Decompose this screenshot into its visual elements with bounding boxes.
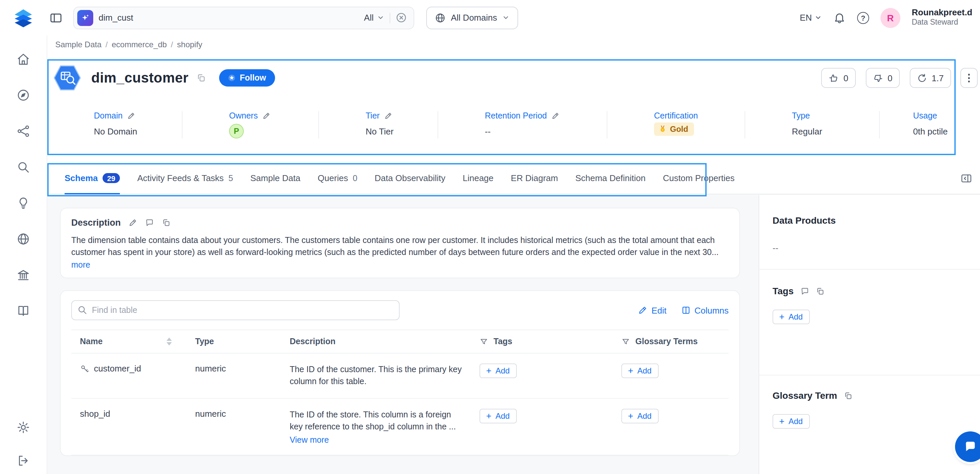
- language-dropdown[interactable]: EN: [800, 13, 822, 23]
- data-products-section: Data Products --: [759, 195, 980, 270]
- globe-icon: [435, 12, 445, 23]
- column-name[interactable]: shop_id: [80, 409, 110, 418]
- help-icon[interactable]: ?: [857, 12, 869, 24]
- meta-usage: Usage 0th pctile: [880, 111, 980, 138]
- domains-dropdown[interactable]: All Domains: [426, 6, 519, 29]
- filter-icon[interactable]: [479, 337, 488, 346]
- tab-schema-definition[interactable]: Schema Definition: [576, 162, 646, 194]
- sidebar-item-explore[interactable]: [17, 89, 30, 102]
- owner-avatar[interactable]: P: [229, 124, 244, 138]
- settings-gear-icon[interactable]: [17, 421, 30, 434]
- meta-owners: Owners P: [183, 111, 319, 138]
- tab-data-observability[interactable]: Data Observability: [375, 162, 445, 194]
- user-avatar[interactable]: R: [880, 8, 900, 28]
- meta-certification: Certification Gold: [608, 111, 745, 138]
- tab-activity-feeds[interactable]: Activity Feeds & Tasks 5: [137, 162, 233, 194]
- tab-lineage[interactable]: Lineage: [463, 162, 494, 194]
- thumbs-up-icon: [829, 73, 839, 83]
- openmetadata-logo[interactable]: [12, 6, 35, 29]
- sort-icon[interactable]: [167, 338, 172, 346]
- columns-config-button[interactable]: Columns: [681, 305, 729, 316]
- meta-retention-period: Retention Period --: [438, 111, 608, 138]
- sidebar-item-govern[interactable]: [17, 268, 30, 282]
- copy-icon[interactable]: [816, 286, 824, 295]
- clear-search-icon[interactable]: [396, 12, 407, 23]
- edit-icon: [638, 306, 648, 315]
- plus-icon: [485, 368, 492, 374]
- breadcrumb-item[interactable]: Sample Data: [55, 40, 102, 49]
- find-in-table-input[interactable]: [71, 301, 399, 321]
- tab-schema[interactable]: Schema 29: [65, 162, 120, 194]
- more-actions-button[interactable]: ⋮: [960, 68, 978, 88]
- logout-icon[interactable]: [17, 454, 30, 467]
- sidebar-item-data-insights[interactable]: [17, 124, 30, 138]
- plus-icon: [778, 418, 785, 425]
- chevron-down-icon: [377, 14, 384, 21]
- entity-tabs: Schema 29 Activity Feeds & Tasks 5 Sampl…: [47, 162, 980, 194]
- edit-icon[interactable]: [384, 112, 392, 120]
- global-search-input[interactable]: [99, 13, 359, 23]
- sidebar-item-incident-manager[interactable]: [17, 196, 30, 210]
- chevron-down-icon: [503, 14, 510, 21]
- notifications-bell-icon[interactable]: [833, 11, 846, 24]
- thumbs-down-icon: [873, 73, 883, 83]
- glossary-term-section: Glossary Term Add: [759, 375, 980, 429]
- collapse-panel-icon[interactable]: [960, 172, 972, 184]
- add-glossary-term-button[interactable]: Add: [773, 414, 810, 429]
- sidebar-item-observability[interactable]: [17, 161, 30, 174]
- tab-sample-data[interactable]: Sample Data: [250, 162, 301, 194]
- breadcrumb-item[interactable]: shopify: [177, 40, 202, 49]
- search-scope-dropdown[interactable]: All: [364, 13, 384, 23]
- column-type: numeric: [186, 354, 281, 384]
- downvote-button[interactable]: 0: [865, 68, 899, 88]
- copy-icon[interactable]: [844, 391, 853, 400]
- follow-button[interactable]: Follow: [219, 69, 275, 87]
- column-header-name[interactable]: Name: [71, 331, 186, 353]
- add-glossary-term-button[interactable]: Add: [621, 364, 659, 379]
- edit-icon[interactable]: [127, 112, 135, 120]
- sidebar-item-domains[interactable]: [17, 232, 30, 246]
- find-in-table: [71, 301, 399, 321]
- copy-icon[interactable]: [196, 73, 206, 83]
- right-panel: Data Products -- Tags Add Glossary Term …: [759, 195, 980, 474]
- add-tag-button[interactable]: Add: [479, 409, 517, 423]
- user-info[interactable]: Rounakpreet.d Data Steward: [912, 8, 972, 27]
- add-tag-button[interactable]: Add: [773, 310, 810, 324]
- filter-icon[interactable]: [621, 337, 630, 346]
- column-header-type: Type: [186, 331, 281, 353]
- chat-bubble-icon: [964, 440, 977, 453]
- app: All All Domains EN: [0, 0, 980, 474]
- medal-icon: [659, 125, 667, 133]
- tab-count-badge: 29: [103, 173, 120, 183]
- add-tag-button[interactable]: Add: [479, 364, 517, 379]
- comment-icon[interactable]: [146, 218, 154, 227]
- edit-icon[interactable]: [129, 218, 137, 227]
- version-button[interactable]: 1.7: [910, 68, 951, 88]
- add-glossary-term-button[interactable]: Add: [621, 409, 659, 423]
- description-more-link[interactable]: more: [71, 261, 90, 270]
- sidebar-item-glossary[interactable]: [17, 304, 30, 318]
- tab-er-diagram[interactable]: ER Diagram: [511, 162, 558, 194]
- tab-custom-properties[interactable]: Custom Properties: [663, 162, 735, 194]
- breadcrumb-item[interactable]: ecommerce_db: [111, 40, 167, 49]
- plus-icon: [627, 368, 634, 374]
- column-name[interactable]: customer_id: [94, 364, 141, 374]
- tags-section: Tags Add: [759, 270, 980, 375]
- star-icon: [228, 74, 236, 82]
- copy-icon[interactable]: [162, 218, 171, 227]
- edit-icon[interactable]: [551, 112, 559, 120]
- edit-icon[interactable]: [262, 112, 270, 120]
- columns-table-card: Edit Columns Name Type Description: [60, 291, 740, 456]
- tab-queries[interactable]: Queries 0: [318, 162, 357, 194]
- search-icon: [77, 305, 87, 315]
- edit-table-button[interactable]: Edit: [638, 305, 667, 316]
- global-search-bar[interactable]: All: [73, 6, 414, 29]
- sidebar-item-home[interactable]: [17, 52, 30, 66]
- upvote-button[interactable]: 0: [821, 68, 856, 88]
- certification-badge: Gold: [654, 122, 694, 136]
- comment-icon[interactable]: [800, 286, 809, 295]
- view-more-link[interactable]: View more: [290, 435, 329, 445]
- ai-sparkle-icon[interactable]: [77, 10, 93, 25]
- user-role: Data Steward: [912, 18, 972, 27]
- sidebar-toggle-icon[interactable]: [49, 11, 63, 24]
